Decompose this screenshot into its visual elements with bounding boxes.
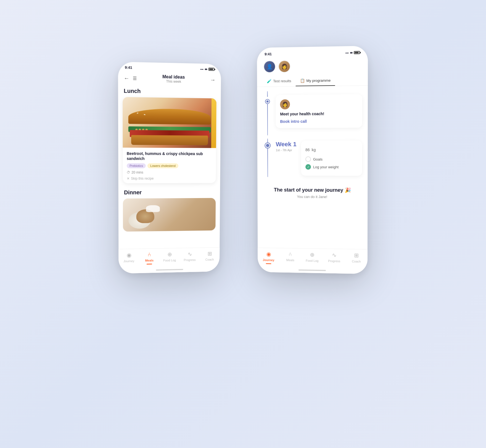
week1-card[interactable]: 86 kg Goals ✓ Log your weight (301, 140, 362, 176)
nav-foodlog-right[interactable]: ⊕ Food Log (301, 251, 323, 263)
tab-my-programme[interactable]: 📋 My programme (295, 75, 335, 86)
nav-journey-left[interactable]: ◉ Journey (118, 252, 139, 263)
dinner-plate (128, 212, 150, 229)
meals-icon-right: ⑃ (289, 251, 292, 257)
timeline-week-top-line (267, 138, 268, 143)
week1-content-col: Week 1 1st - 7th Apr 86 kg Goals (273, 138, 362, 176)
dinner-section-title: Dinner (118, 187, 220, 199)
nav-progress-right[interactable]: ∿ Progress (323, 252, 345, 263)
sandwich-illustration (128, 108, 211, 145)
foodlog-icon-right: ⊕ (310, 251, 315, 258)
timeline-week1-row: Week 1 1st - 7th Apr 86 kg Goals (263, 138, 362, 177)
timeline-week-bottom-line (267, 148, 268, 177)
header-center: Meal ideas This week (162, 74, 185, 84)
phone-right: 9:41 ▪▪▪ ⬌ 👤 👩 🧪 Test results (257, 46, 368, 274)
timeline-line-col-1 (263, 91, 273, 135)
lunch-card[interactable]: Beetroot, hummus & crispy chickpea sub s… (123, 97, 216, 183)
signal-icon-right: ▪▪▪ (345, 51, 349, 54)
status-icons-right: ▪▪▪ ⬌ (345, 50, 360, 55)
bottom-nav-right: ◉ Journey ⑃ Meals ⊕ Food Log ∿ Progress … (258, 248, 368, 274)
nav-meals-left[interactable]: ⑃ Meals (139, 251, 160, 265)
weight-log-row: ✓ Log your weight (305, 164, 358, 170)
journey-label-left: Journey (123, 259, 134, 263)
goals-row: Goals (305, 156, 358, 162)
status-bar-right: 9:41 ▪▪▪ ⬌ (257, 46, 368, 58)
coach-label-left: Coach (205, 258, 214, 261)
goals-label: Goals (313, 157, 323, 161)
avatar-user[interactable]: 👤 (263, 60, 276, 73)
foodlog-label-left: Food Log (163, 258, 176, 262)
journey-icon-right: ◉ (266, 251, 271, 257)
dinner-food (136, 209, 154, 223)
meals-icon-left: ⑃ (148, 251, 151, 258)
test-results-label: Test results (273, 79, 291, 83)
avatar-coach[interactable]: 👩 (278, 60, 290, 73)
coach-icon-left: ⊞ (207, 250, 212, 257)
yellow-stripe (211, 98, 216, 148)
meals-label-left: Meals (145, 259, 154, 262)
weight-check-circle: ✓ (305, 164, 311, 170)
coach-avatar: 👩 (280, 99, 290, 109)
header-title: Meal ideas (162, 74, 185, 80)
programme-label: My programme (306, 78, 331, 82)
nav-progress-left[interactable]: ∿ Progress (180, 250, 200, 262)
goals-circle (305, 156, 311, 162)
journey-icon-left: ◉ (126, 252, 131, 258)
journey-label-right: Journey (263, 258, 274, 262)
progress-icon-right: ∿ (332, 252, 337, 258)
week-dates: 1st - 7th Apr (276, 148, 298, 152)
clock-icon: ⏱ (127, 170, 130, 174)
foodlog-label-right: Food Log (306, 259, 318, 263)
timeline-wrapper: 👩 Meet your health coach! Book intro cal… (257, 90, 368, 177)
meal-tags: Prebiotics Lowers cholesterol (127, 163, 212, 168)
nav-coach-right[interactable]: ⊞ Coach (345, 252, 368, 263)
programme-icon: 📋 (300, 78, 305, 83)
nav-coach-left[interactable]: ⊞ Coach (200, 250, 220, 261)
coach-label-right: Coach (352, 260, 361, 263)
log-weight-label: Log your weight (313, 165, 339, 169)
coach-card-title: Meet your health coach! (280, 111, 358, 117)
coach-card-col: 👩 Meet your health coach! Book intro cal… (272, 90, 362, 132)
wifi-icon-right: ⬌ (350, 51, 353, 55)
phones-container: 9:41 ▪▪▪ ⬌ ← ☰ Meal ideas This week → Lu… (119, 31, 367, 417)
lunch-card-image (123, 97, 216, 148)
list-icon[interactable]: ☰ (133, 76, 137, 81)
time-left: 9:41 (125, 65, 132, 70)
meal-card-title: Beetroot, hummus & crispy chickpea sub s… (127, 151, 212, 161)
nav-meals-right[interactable]: ⑃ Meals (279, 251, 301, 262)
nav-foodlog-left[interactable]: ⊕ Food Log (160, 251, 180, 262)
tab-test-results[interactable]: 🧪 Test results (263, 76, 296, 87)
signal-icon-left: ▪▪▪ (200, 67, 204, 71)
battery-icon-left (208, 68, 215, 71)
progress-label-left: Progress (184, 258, 196, 262)
meal-ideas-header: ← ☰ Meal ideas This week → (118, 71, 221, 88)
back-button[interactable]: ← (124, 75, 130, 81)
book-call-button[interactable]: Book intro call (280, 119, 358, 124)
skip-recipe[interactable]: ✕ Skip this recipe (127, 177, 212, 181)
phone-left: 9:41 ▪▪▪ ⬌ ← ☰ Meal ideas This week → Lu… (118, 62, 221, 274)
dinner-card-image[interactable] (123, 198, 216, 232)
status-icons-left: ▪▪▪ ⬌ (200, 67, 214, 71)
progress-icon-left: ∿ (187, 251, 192, 257)
timeline-line-col-2 (263, 138, 273, 177)
meals-label-right: Meals (286, 258, 294, 262)
lunch-section-title: Lunch (118, 86, 221, 98)
x-icon: ✕ (127, 177, 130, 181)
journey-active-dot (266, 263, 271, 264)
tag-cholesterol: Lowers cholesterol (147, 163, 178, 168)
forward-button[interactable]: → (210, 76, 215, 83)
header-subtitle: This week (162, 79, 185, 84)
bottom-nav-left: ◉ Journey ⑃ Meals ⊕ Food Log ∿ Progress … (118, 247, 220, 273)
battery-icon-right (354, 51, 360, 54)
nav-journey-right[interactable]: ◉ Journey (258, 251, 279, 264)
timeline-dot-coach (266, 100, 270, 103)
foodlog-icon-left: ⊕ (167, 251, 172, 258)
test-results-icon: 🧪 (267, 79, 271, 83)
wifi-icon-left: ⬌ (205, 67, 207, 71)
dinner-cream (146, 205, 160, 212)
coach-card[interactable]: 👩 Meet your health coach! Book intro cal… (276, 94, 362, 128)
week-label-col: Week 1 1st - 7th Apr (276, 141, 298, 152)
progress-label-right: Progress (328, 259, 340, 263)
timeline-dot-week1 (265, 143, 270, 148)
meal-time: ⏱ 20 mins (127, 170, 212, 174)
